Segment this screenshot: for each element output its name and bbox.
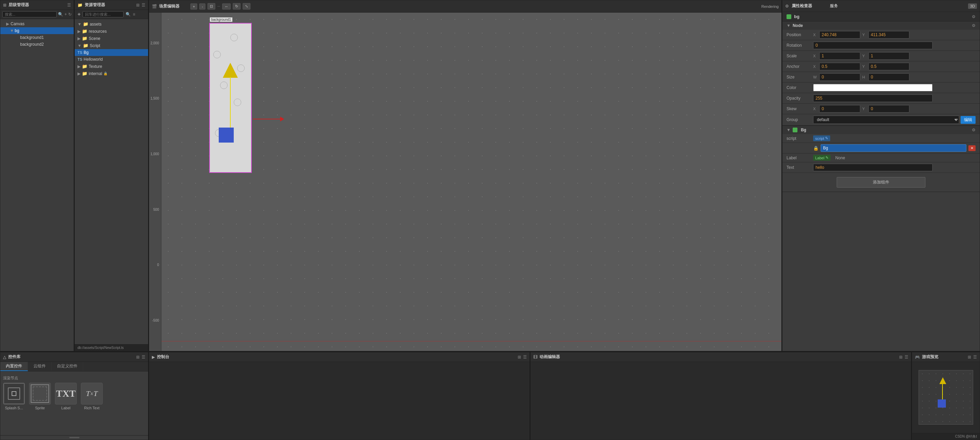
console-collapse-icon[interactable]: ☰ xyxy=(523,355,527,359)
node-section-header[interactable]: ▼ Node ⚙ xyxy=(783,22,980,30)
skew-y-input[interactable] xyxy=(869,105,909,113)
script-remove-btn[interactable]: ✕ xyxy=(969,145,975,151)
tree-item-canvas[interactable]: ▶ Canvas xyxy=(0,21,74,27)
script-lock-btn[interactable]: 🔒 xyxy=(813,146,819,151)
asset-expand-icon[interactable]: ⊞ xyxy=(136,3,140,8)
richtext-icon: TxT xyxy=(81,383,103,405)
skew-inputs: X Y xyxy=(813,105,975,113)
group-select[interactable]: default xyxy=(813,116,959,124)
label-edit-icon[interactable]: ✎ xyxy=(826,156,829,160)
preview-collapse-icon[interactable]: ☰ xyxy=(973,355,977,359)
tab-cloud[interactable]: 云组件 xyxy=(28,362,51,371)
size-w-input[interactable] xyxy=(819,73,860,81)
helloworld-icon: TS xyxy=(78,57,82,61)
control-panel-header: △ 控件库 ⊞ ☰ xyxy=(0,352,148,362)
service-tab[interactable]: 服务 xyxy=(824,2,843,10)
scale-tool-btn[interactable]: ⤡ xyxy=(243,3,250,10)
tab-custom[interactable]: 自定义控件 xyxy=(51,362,83,371)
layer-collapse-icon[interactable]: ☰ xyxy=(67,3,71,8)
widget-splash[interactable]: Splash S... xyxy=(3,383,25,410)
bg-component-enabled[interactable] xyxy=(793,127,797,132)
layer-manager-header: ⊞ 层级管理器 ☰ xyxy=(0,0,74,10)
tab-builtin[interactable]: 内置控件 xyxy=(0,362,28,371)
asset-item-internal[interactable]: ▶ 📁 internal 🔒 xyxy=(75,70,148,77)
tab-cloud-label: 云组件 xyxy=(33,364,46,369)
node-enabled-checkbox[interactable] xyxy=(786,14,791,19)
bg-arrow: ▼ xyxy=(10,28,13,33)
position-x-input[interactable] xyxy=(819,31,860,38)
asset-search-btn[interactable]: 🔍 xyxy=(126,12,131,17)
layer-search-icon[interactable]: 🔍 xyxy=(58,12,63,17)
zoom-out-btn[interactable]: - xyxy=(199,3,205,10)
color-inputs xyxy=(813,84,975,91)
anchor-x-input[interactable] xyxy=(819,63,860,70)
move-tool-btn[interactable]: ↔ xyxy=(222,3,231,10)
control-expand-icon[interactable]: ⊞ xyxy=(136,355,140,359)
scale-y-input[interactable] xyxy=(869,52,909,60)
layer-add-icon[interactable]: + xyxy=(65,12,67,17)
script-row: script script ✎ xyxy=(783,134,980,143)
asset-search-input[interactable] xyxy=(83,11,124,17)
size-h-input[interactable] xyxy=(869,73,909,81)
anim-expand-icon[interactable]: ⊞ xyxy=(899,355,902,359)
tree-item-bg[interactable]: ▼ bg xyxy=(0,27,74,34)
asset-item-resources[interactable]: ▶ 📁 resources xyxy=(75,28,148,35)
asset-item-bg-script[interactable]: TS Bg xyxy=(75,49,148,56)
widget-sprite[interactable]: Sprite xyxy=(29,383,51,410)
widget-richtext[interactable]: TxT Rich Text xyxy=(81,383,103,410)
asset-add-btn[interactable]: + xyxy=(78,11,81,17)
scene-canvas[interactable]: 使用鼠标右键平移视图焦点，使用滚轮缩放视图 2,000 1,500 1,000 … xyxy=(149,13,781,351)
scene-icon: 🎬 xyxy=(152,4,157,9)
skew-x-input[interactable] xyxy=(819,105,860,113)
asset-item-script[interactable]: ▼ 📁 Script xyxy=(75,42,148,49)
console-expand-icon[interactable]: ⊞ xyxy=(518,355,521,359)
control-collapse-icon[interactable]: ☰ xyxy=(142,355,145,359)
text-value-input[interactable] xyxy=(813,164,932,171)
opacity-input[interactable] xyxy=(813,94,932,102)
blue-rect-obj[interactable] xyxy=(219,127,234,143)
triangle-obj[interactable] xyxy=(223,63,238,78)
zoom-in-btn[interactable]: + xyxy=(190,3,197,10)
rotate-tool-btn[interactable]: ↻ xyxy=(233,3,240,10)
bg-section-header[interactable]: ▼ Bg ⚙ xyxy=(783,126,980,134)
label-type-badge: Label ✎ xyxy=(813,155,830,160)
widget-label[interactable]: TXT Label xyxy=(55,383,77,410)
anchor-y-input[interactable] xyxy=(869,63,909,70)
preview-expand-icon[interactable]: ⊞ xyxy=(968,355,971,359)
tree-item-background2[interactable]: background2 xyxy=(0,41,74,48)
script-edit-icon[interactable]: ✎ xyxy=(825,136,828,141)
rotation-input[interactable] xyxy=(813,41,932,49)
inspector-icon: ⚙ xyxy=(785,4,789,8)
layer-refresh-icon[interactable]: ↻ xyxy=(68,12,72,17)
asset-icon: 📁 xyxy=(78,3,83,8)
tree-item-background1[interactable]: background1 xyxy=(0,34,74,41)
add-component-btn[interactable]: 添加组件 xyxy=(837,177,925,187)
node-settings-icon[interactable]: ⚙ xyxy=(972,14,975,19)
inspector-toolbar: ⚙ 属性检查器 服务 3D xyxy=(783,0,980,12)
scale-x-axis: X xyxy=(813,54,817,58)
internal-arrow: ▶ xyxy=(78,71,81,76)
position-y-input[interactable] xyxy=(869,31,909,38)
bg-section-settings[interactable]: ⚙ xyxy=(972,127,975,132)
anim-collapse-icon[interactable]: ☰ xyxy=(905,355,908,359)
asset-item-helloworld[interactable]: TS Helloworld xyxy=(75,56,148,63)
zoom-fit-btn[interactable]: ⊡ xyxy=(207,3,215,10)
scene-viewport[interactable]: background1 xyxy=(161,13,781,351)
asset-sort-btn[interactable]: ≡ xyxy=(133,12,135,17)
splash-icon xyxy=(3,383,25,405)
y-label-2000: 2,000 xyxy=(150,41,161,45)
internal-lock-icon: 🔒 xyxy=(103,71,108,75)
asset-item-assets[interactable]: ▼ 📁 assets xyxy=(75,21,148,28)
asset-collapse-icon[interactable]: ☰ xyxy=(142,3,145,8)
asset-item-texture[interactable]: ▶ 📁 Texture xyxy=(75,63,148,70)
animation-title: 动画编辑器 xyxy=(539,354,560,360)
layer-search-input[interactable] xyxy=(2,11,57,17)
group-edit-btn[interactable]: 编辑 xyxy=(961,116,975,124)
scale-x-input[interactable] xyxy=(819,52,860,60)
color-swatch[interactable] xyxy=(813,84,932,91)
console-panel: ▶ 控制台 ⊞ ☰ xyxy=(149,352,530,440)
script-value-input[interactable] xyxy=(821,144,966,152)
asset-item-scene[interactable]: ▶ 📁 Scene xyxy=(75,35,148,42)
background1-rect[interactable]: background1 xyxy=(209,23,252,173)
node-section-settings[interactable]: ⚙ xyxy=(972,23,975,28)
